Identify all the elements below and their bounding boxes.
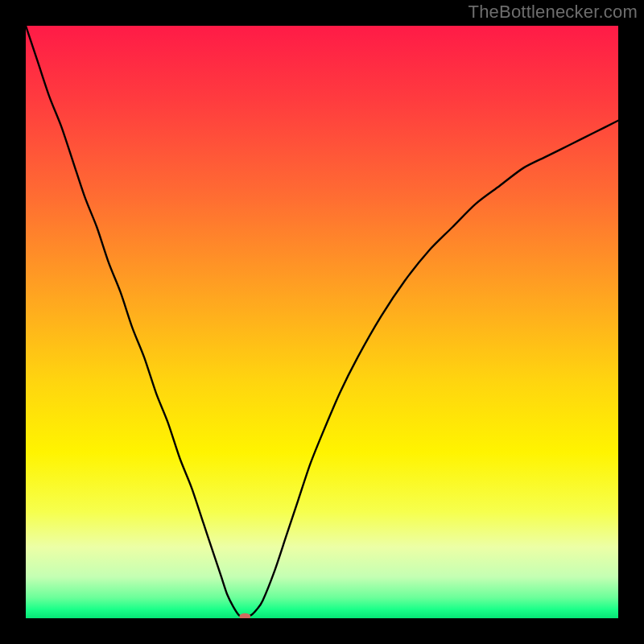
attribution-text: TheBottlenecker.com — [469, 2, 638, 23]
chart-background — [26, 26, 618, 618]
bottleneck-chart — [26, 26, 618, 618]
chart-frame — [26, 26, 618, 618]
